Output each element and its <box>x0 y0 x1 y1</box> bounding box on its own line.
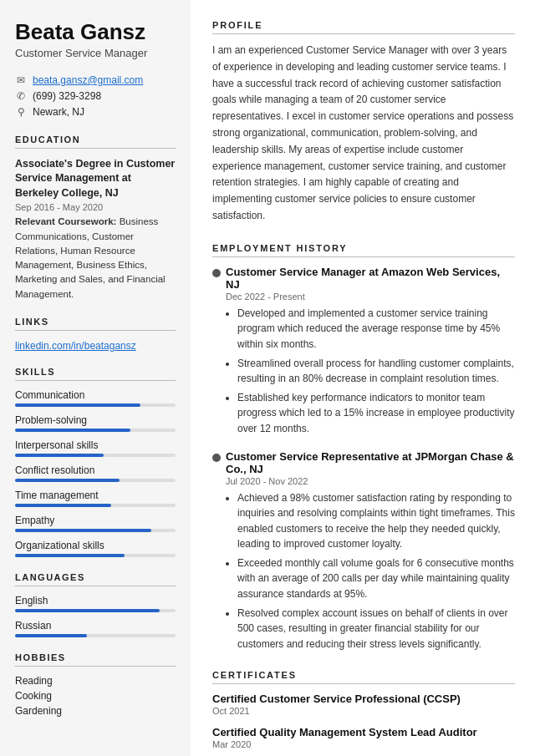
skill-item: Problem-solving <box>15 414 176 432</box>
links-section: LINKS linkedin.com/in/beatagansz <box>15 317 176 352</box>
education-title: EDUCATION <box>15 134 176 149</box>
job-bullets: Achieved a 98% customer satisfaction rat… <box>226 490 515 652</box>
language-label: Russian <box>15 620 176 632</box>
skill-bar-fill <box>15 429 130 432</box>
language-item: Russian <box>15 620 176 637</box>
hobbies-list: ReadingCookingGardening <box>15 675 176 717</box>
skill-bar-fill <box>15 504 111 507</box>
resume-wrapper: Beata Gansz Customer Service Manager ✉ b… <box>0 0 535 756</box>
skill-label: Empathy <box>15 515 176 526</box>
job-date: Jul 2020 - Nov 2022 <box>226 476 515 486</box>
languages-list: English Russian <box>15 595 176 637</box>
job-bullet: Resolved complex account issues on behal… <box>237 606 515 652</box>
linkedin-link[interactable]: linkedin.com/in/beatagansz <box>15 340 136 352</box>
job-bullet: Streamlined overall process for handling… <box>237 356 515 387</box>
job-title: Customer Service Manager at Amazon Web S… <box>226 266 515 291</box>
skill-label: Problem-solving <box>15 414 176 426</box>
job-bullet: Established key performance indicators t… <box>237 390 515 437</box>
language-bar-bg <box>15 634 176 637</box>
certificates-section: CERTIFICATES Certified Customer Service … <box>212 670 515 749</box>
job-entry: Customer Service Manager at Amazon Web S… <box>212 266 515 437</box>
job-bullet: Exceeded monthly call volume goals for 6… <box>237 556 515 602</box>
job-bullet: Achieved a 98% customer satisfaction rat… <box>237 490 515 552</box>
edu-date: Sep 2016 - May 2020 <box>15 202 176 212</box>
hobbies-section: HOBBIES ReadingCookingGardening <box>15 652 176 717</box>
profile-text: I am an experienced Customer Service Man… <box>212 43 515 225</box>
cert-date: Mar 2020 <box>212 739 515 749</box>
contact-section: ✉ beata.gansz@gmail.com ✆ (699) 329-3298… <box>15 74 176 118</box>
skills-section: SKILLS Communication Problem-solving Int… <box>15 367 176 557</box>
location-icon: ⚲ <box>15 106 27 118</box>
cert-entry: Certified Customer Service Professional … <box>212 693 515 716</box>
job-entry: Customer Service Representative at JPMor… <box>212 450 515 652</box>
skill-bar-fill <box>15 554 125 557</box>
skills-list: Communication Problem-solving Interperso… <box>15 389 176 557</box>
certs-list: Certified Customer Service Professional … <box>212 693 515 749</box>
coursework-label: Relevant Coursework: <box>15 216 116 226</box>
cert-name: Certified Customer Service Professional … <box>212 693 515 705</box>
job-title: Customer Service Representative at JPMor… <box>226 450 515 475</box>
edu-degree: Associate's Degree in Customer Service M… <box>15 157 176 201</box>
hobby-item: Cooking <box>15 690 176 702</box>
language-bar-fill <box>15 609 160 612</box>
email-link[interactable]: beata.gansz@gmail.com <box>33 74 143 86</box>
cert-name: Certified Quality Management System Lead… <box>212 726 515 738</box>
job-dot <box>212 454 221 462</box>
languages-section: LANGUAGES English Russian <box>15 572 176 637</box>
language-bar-bg <box>15 609 176 612</box>
phone-text: (699) 329-3298 <box>33 90 101 102</box>
email-icon: ✉ <box>15 74 27 86</box>
skill-label: Time management <box>15 490 176 501</box>
job-date: Dec 2022 - Present <box>226 292 515 302</box>
skill-bar-bg <box>15 479 176 482</box>
profile-section: PROFILE I am an experienced Customer Ser… <box>212 20 515 225</box>
language-bar-fill <box>15 634 87 637</box>
education-section: EDUCATION Associate's Degree in Customer… <box>15 134 176 302</box>
coursework-text: Business Communications, Customer Relati… <box>15 216 166 298</box>
skills-title: SKILLS <box>15 367 176 381</box>
skill-item: Communication <box>15 389 176 407</box>
contact-phone: ✆ (699) 329-3298 <box>15 90 176 102</box>
candidate-title: Customer Service Manager <box>15 47 176 59</box>
location-text: Newark, NJ <box>33 106 84 118</box>
skill-bar-bg <box>15 504 176 507</box>
employment-section: EMPLOYMENT HISTORY Customer Service Mana… <box>212 243 515 652</box>
skill-bar-bg <box>15 454 176 457</box>
cert-entry: Certified Quality Management System Lead… <box>212 726 515 749</box>
jobs-list: Customer Service Manager at Amazon Web S… <box>212 266 515 652</box>
skill-bar-bg <box>15 403 176 407</box>
skill-label: Organizational skills <box>15 540 176 551</box>
skill-item: Interpersonal skills <box>15 439 176 457</box>
skill-label: Conflict resolution <box>15 464 176 476</box>
sidebar: Beata Gansz Customer Service Manager ✉ b… <box>0 0 191 756</box>
cert-date: Oct 2021 <box>212 706 515 716</box>
main-content: PROFILE I am an experienced Customer Ser… <box>191 0 535 756</box>
contact-location: ⚲ Newark, NJ <box>15 106 176 118</box>
skill-bar-fill <box>15 403 140 407</box>
candidate-name: Beata Gansz <box>15 20 176 45</box>
skill-bar-fill <box>15 479 120 482</box>
skill-item: Conflict resolution <box>15 464 176 482</box>
job-bullet: Developed and implemented a customer ser… <box>237 306 515 353</box>
edu-coursework: Relevant Coursework: Business Communicat… <box>15 215 176 302</box>
language-label: English <box>15 595 176 606</box>
skill-bar-bg <box>15 529 176 532</box>
contact-email: ✉ beata.gansz@gmail.com <box>15 74 176 86</box>
phone-icon: ✆ <box>15 90 27 102</box>
skill-bar-bg <box>15 429 176 432</box>
skill-item: Empathy <box>15 515 176 532</box>
profile-section-title: PROFILE <box>212 20 515 34</box>
skill-item: Organizational skills <box>15 540 176 557</box>
job-dot <box>212 269 221 277</box>
skill-bar-fill <box>15 529 151 532</box>
skill-bar-fill <box>15 454 104 457</box>
skill-label: Communication <box>15 389 176 401</box>
hobbies-title: HOBBIES <box>15 652 176 667</box>
skill-item: Time management <box>15 490 176 507</box>
job-bullets: Developed and implemented a customer ser… <box>226 306 515 437</box>
languages-title: LANGUAGES <box>15 572 176 586</box>
certificates-section-title: CERTIFICATES <box>212 670 515 684</box>
employment-section-title: EMPLOYMENT HISTORY <box>212 243 515 257</box>
hobby-item: Gardening <box>15 705 176 717</box>
skill-label: Interpersonal skills <box>15 439 176 451</box>
